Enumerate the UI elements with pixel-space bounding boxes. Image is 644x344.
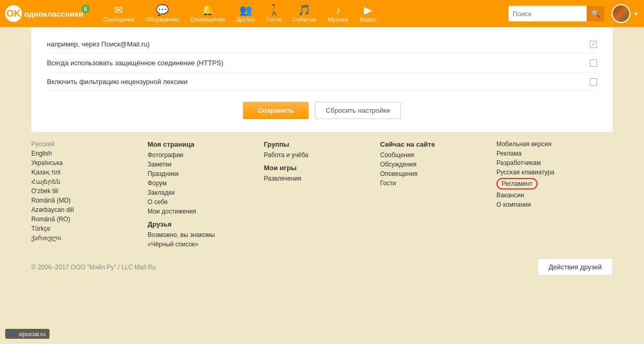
link-vacancies[interactable]: Вакансии bbox=[496, 192, 602, 199]
lang-english[interactable]: English bbox=[31, 150, 137, 157]
nav-item-events[interactable]: 🎵 События bbox=[287, 3, 321, 25]
messages-icon: ✉ bbox=[114, 5, 123, 15]
link-ads[interactable]: Реклама bbox=[496, 150, 602, 157]
link-notes[interactable]: Заметки bbox=[148, 161, 253, 168]
alerts-icon: 🔔 bbox=[201, 5, 214, 15]
link-entertainment[interactable]: Развлечения bbox=[264, 175, 370, 182]
music-icon: ♪ bbox=[335, 5, 341, 15]
settings-checkbox-2[interactable] bbox=[590, 60, 597, 67]
footer-onsite-title: Сейчас на сайте bbox=[380, 140, 486, 148]
friends-icon: 👥 bbox=[239, 5, 252, 15]
save-button[interactable]: Сохранить bbox=[243, 102, 309, 119]
link-holidays[interactable]: Праздники bbox=[148, 170, 253, 177]
video-icon: ▶ bbox=[364, 5, 372, 15]
lang-romanian-ro[interactable]: Română (RO) bbox=[31, 216, 137, 223]
lang-russian[interactable]: Русский bbox=[31, 140, 137, 148]
settings-label-1: например, через Поиск@Mail.ru) bbox=[47, 40, 150, 48]
logo[interactable]: OK одноклассники 6 bbox=[5, 5, 90, 22]
link-about[interactable]: О себе bbox=[148, 198, 253, 206]
settings-checkbox-3[interactable] bbox=[590, 78, 597, 86]
settings-buttons: Сохранить Сбросить настройки bbox=[47, 102, 597, 119]
nav-label-guests: Гости bbox=[266, 16, 281, 22]
lang-georgian[interactable]: ქართული bbox=[31, 234, 137, 242]
link-keyboard[interactable]: Русская клавиатура bbox=[496, 169, 602, 176]
lang-kazakh[interactable]: Қазақ тілі bbox=[31, 169, 137, 176]
nav-label-discussions: Обсуждения bbox=[146, 16, 179, 22]
lang-ukrainian[interactable]: Українська bbox=[31, 159, 137, 167]
ok-logo-icon: OK bbox=[5, 5, 22, 22]
nav-item-video[interactable]: ▶ Видео bbox=[354, 3, 381, 25]
link-onsite-guests[interactable]: Гости bbox=[380, 180, 486, 187]
link-work-study[interactable]: Работа и учёба bbox=[264, 151, 370, 159]
top-navigation[interactable]: OK одноклассники 6 ✉ Сообщения 💬 Обсужде… bbox=[0, 0, 644, 27]
reset-button[interactable]: Сбросить настройки bbox=[315, 102, 401, 119]
footer-mypage-title: Моя страница bbox=[148, 140, 253, 148]
logo-text: одноклассники bbox=[24, 9, 83, 18]
avatar[interactable] bbox=[612, 4, 630, 23]
watermark-icon: 🐾 bbox=[9, 330, 17, 337]
watermark-text: sijsocial.ru bbox=[19, 331, 45, 337]
settings-row-2: Всегда использовать защищённое соединени… bbox=[47, 54, 597, 73]
search-bar[interactable]: 🔍 bbox=[508, 6, 604, 21]
settings-row-1: например, через Поиск@Mail.ru) bbox=[47, 35, 597, 54]
link-onsite-discussions[interactable]: Обсуждения bbox=[380, 161, 486, 168]
link-achievements[interactable]: Мои достижения bbox=[148, 208, 253, 215]
lang-turkish[interactable]: Türkçe bbox=[31, 225, 137, 232]
lang-uzbek[interactable]: O'zbek tili bbox=[31, 187, 137, 195]
footer-col-extra: Мобильная версия Реклама Разработчикам Р… bbox=[496, 140, 613, 250]
link-photos[interactable]: Фотографии bbox=[148, 151, 253, 159]
footer-col-mypage: Моя страница Фотографии Заметки Праздник… bbox=[148, 140, 264, 250]
nav-label-messages: Сообщения bbox=[103, 16, 135, 22]
actions-friends-button[interactable]: Действия друзей bbox=[538, 258, 613, 276]
link-reglement[interactable]: Регламент bbox=[496, 178, 538, 189]
settings-row-3: Включить фильтрацию нецензурной лексики bbox=[47, 73, 597, 91]
settings-label-2: Всегда использовать защищённое соединени… bbox=[47, 59, 223, 67]
events-icon: 🎵 bbox=[298, 5, 311, 15]
settings-panel: например, через Поиск@Mail.ru) Всегда ис… bbox=[31, 27, 613, 132]
nav-item-friends[interactable]: 👥 Друзья bbox=[231, 3, 260, 25]
link-maybe-know[interactable]: Возможно, вы знакомы bbox=[148, 231, 253, 239]
footer-col-languages: Русский English Українська Қазақ тілі Հա… bbox=[31, 140, 148, 250]
footer-mygames-title: Мои игры bbox=[264, 164, 370, 172]
lang-azerbaijani[interactable]: Azərbaycan dili bbox=[31, 206, 137, 213]
nav-label-music: Музыка bbox=[327, 16, 348, 22]
link-onsite-alerts[interactable]: Оповещения bbox=[380, 170, 486, 177]
nav-items-container: ✉ Сообщения 💬 Обсуждения 🔔 Оповещения 👥 … bbox=[98, 3, 505, 25]
footer-col-onsite: Сейчас на сайте Сообщения Обсуждения Опо… bbox=[380, 140, 496, 250]
footer-friends-title: Друзья bbox=[148, 220, 253, 228]
nav-item-guests[interactable]: 🚶 Гости bbox=[261, 3, 286, 25]
nav-label-video: Видео bbox=[359, 16, 376, 22]
lang-armenian[interactable]: Հայերեն bbox=[31, 178, 137, 185]
nav-item-music[interactable]: ♪ Музыка bbox=[322, 3, 353, 25]
avatar-chevron-icon[interactable]: ▼ bbox=[634, 11, 639, 17]
search-button[interactable]: 🔍 bbox=[587, 6, 604, 21]
copyright-text: © 2006–2017 ООО "Мэйл.Ру" / LLC Mail.Ru bbox=[31, 264, 156, 271]
link-blacklist[interactable]: «Чёрный список» bbox=[148, 241, 253, 248]
lang-romanian-md[interactable]: Română (MD) bbox=[31, 197, 137, 204]
nav-label-events: События bbox=[293, 16, 316, 22]
nav-label-friends: Друзья bbox=[236, 16, 255, 22]
link-developers[interactable]: Разработчикам bbox=[496, 159, 602, 167]
guests-icon: 🚶 bbox=[268, 5, 281, 15]
search-input[interactable] bbox=[508, 10, 587, 18]
link-bookmarks[interactable]: Закладки bbox=[148, 189, 253, 196]
link-forum[interactable]: Форум bbox=[148, 180, 253, 187]
footer-groups-title: Группы bbox=[264, 140, 370, 148]
footer: Русский English Українська Қазақ тілі Հա… bbox=[31, 140, 613, 250]
settings-checkbox-1[interactable] bbox=[590, 41, 597, 48]
link-mobile[interactable]: Мобильная версия bbox=[496, 140, 602, 148]
footer-col-groups: Группы Работа и учёба Мои игры Развлечен… bbox=[264, 140, 380, 250]
notification-badge: 6 bbox=[81, 5, 90, 13]
watermark: 🐾 sijsocial.ru bbox=[5, 329, 50, 339]
bottom-bar: © 2006–2017 ООО "Мэйл.Ру" / LLC Mail.Ru … bbox=[31, 258, 613, 281]
settings-label-3: Включить фильтрацию нецензурной лексики bbox=[47, 78, 188, 86]
link-company[interactable]: О компании bbox=[496, 201, 602, 208]
nav-item-discussions[interactable]: 💬 Обсуждения bbox=[141, 3, 185, 25]
nav-item-alerts[interactable]: 🔔 Оповещения bbox=[186, 3, 230, 25]
nav-label-alerts: Оповещения bbox=[191, 16, 225, 22]
discussions-icon: 💬 bbox=[156, 5, 169, 15]
nav-item-messages[interactable]: ✉ Сообщения bbox=[98, 3, 140, 25]
link-onsite-messages[interactable]: Сообщения bbox=[380, 151, 486, 159]
